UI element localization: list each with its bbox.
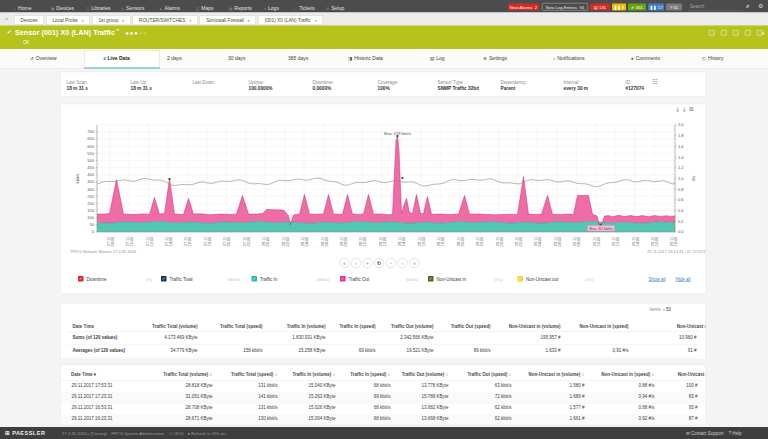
svg-text:Max: 678 kbit/s: Max: 678 kbit/s (384, 131, 411, 136)
svg-text:16:00: 16:00 (187, 236, 192, 247)
svg-text:04:00: 04:00 (537, 236, 542, 247)
svg-text:1,0: 1,0 (678, 176, 684, 181)
svg-text:10:00: 10:00 (362, 236, 367, 247)
svg-text:1,4: 1,4 (678, 155, 684, 160)
svg-text:14:00: 14:00 (635, 236, 640, 247)
svg-text:1,2: 1,2 (678, 165, 684, 170)
svg-text:2,0: 2,0 (678, 122, 684, 127)
svg-text:14:00: 14:00 (168, 236, 173, 247)
svg-text:16:00: 16:00 (421, 236, 426, 247)
svg-text:0: 0 (92, 229, 95, 234)
svg-text:0,4: 0,4 (678, 208, 684, 213)
svg-text:18:00: 18:00 (440, 236, 445, 247)
svg-text:1,8: 1,8 (678, 133, 684, 138)
svg-text:500: 500 (87, 158, 94, 163)
svg-text:1,6: 1,6 (678, 144, 684, 149)
svg-text:20:00: 20:00 (226, 236, 231, 247)
svg-text:700: 700 (87, 129, 94, 134)
svg-text:02:00: 02:00 (518, 236, 523, 247)
svg-text:22:00: 22:00 (246, 236, 251, 247)
svg-text:100: 100 (87, 215, 94, 220)
svg-text:10:00: 10:00 (596, 236, 601, 247)
svg-text:0,6: 0,6 (678, 197, 684, 202)
svg-text:06:00: 06:00 (324, 236, 329, 247)
svg-text:18:00: 18:00 (673, 236, 678, 247)
svg-text:650: 650 (87, 136, 94, 141)
svg-text:20:00: 20:00 (460, 236, 465, 247)
svg-text:400: 400 (87, 172, 94, 177)
svg-text:50: 50 (90, 222, 95, 227)
svg-text:00:00: 00:00 (265, 236, 270, 247)
svg-text:02:00: 02:00 (285, 236, 290, 247)
svg-text:kbit/s: kbit/s (75, 174, 80, 184)
svg-text:250: 250 (87, 194, 94, 199)
svg-text:18:00: 18:00 (207, 236, 212, 247)
svg-text:0,2: 0,2 (678, 219, 684, 224)
svg-text:300: 300 (87, 187, 94, 192)
svg-text:600: 600 (87, 144, 94, 149)
svg-text:150: 150 (87, 208, 94, 213)
svg-text:08:00: 08:00 (110, 236, 115, 247)
svg-text:04:00: 04:00 (304, 236, 309, 247)
svg-text:12:00: 12:00 (615, 236, 620, 247)
svg-text:350: 350 (87, 179, 94, 184)
svg-text:22:00: 22:00 (479, 236, 484, 247)
svg-text:12:00: 12:00 (382, 236, 387, 247)
svg-text:16:00: 16:00 (654, 236, 659, 247)
svg-text:10:00: 10:00 (129, 236, 134, 247)
svg-text:#/s: #/s (691, 176, 696, 182)
svg-text:200: 200 (87, 201, 94, 206)
svg-text:550: 550 (87, 151, 94, 156)
svg-text:0,8: 0,8 (678, 187, 684, 192)
svg-text:12:00: 12:00 (149, 236, 154, 247)
svg-text:450: 450 (87, 165, 94, 170)
svg-text:00:00: 00:00 (499, 236, 504, 247)
svg-text:0,0: 0,0 (678, 229, 684, 234)
svg-text:06:00: 06:00 (557, 236, 562, 247)
svg-text:Max: 82 kbit/s: Max: 82 kbit/s (589, 227, 613, 231)
svg-text:08:00: 08:00 (576, 236, 581, 247)
svg-text:08:00: 08:00 (343, 236, 348, 247)
svg-text:14:00: 14:00 (401, 236, 406, 247)
